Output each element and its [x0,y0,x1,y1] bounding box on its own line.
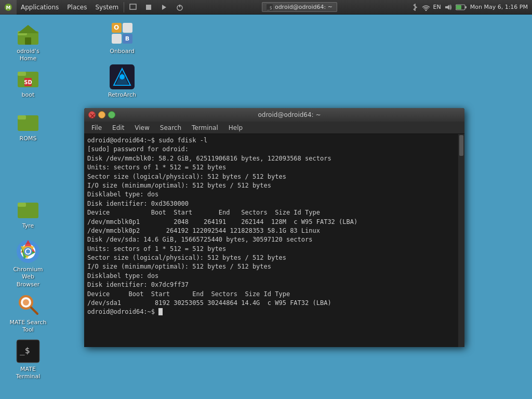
desktop-icon-boot[interactable]: SD boot [7,62,49,101]
desktop-icon-chromium[interactable]: Chromium Web Browser [7,237,49,290]
terminal-title: odroid@odroid64: ~ [118,111,460,118]
desktop-icon-tyre[interactable]: Tyre [7,193,49,232]
terminal-line-22: /dev/sda1 8192 30253055 30244864 14.4G c… [87,299,461,308]
desktop-icon-mate-search[interactable]: MATE Search Tool [7,290,49,336]
svg-rect-21 [112,34,122,44]
taskbar-media-power[interactable] [172,0,188,15]
taskbar-media-window[interactable] [125,0,141,15]
svg-rect-20 [123,23,132,33]
taskbar-center: _$ odroid@odroid64: ~ [188,2,411,12]
chromium-app-icon [16,239,41,264]
language-indicator: EN [433,4,441,10]
terminal-line-14: Disk /dev/sda: 14.6 GiB, 15665725440 byt… [87,235,461,244]
network-icon [422,4,430,11]
desktop-icon-home[interactable]: odroid's Home [7,19,49,65]
terminal-close-button[interactable] [88,111,96,118]
svg-marker-4 [162,5,166,10]
taskbar-right: EN Mon May 6, 1:16 PM [411,4,532,11]
svg-rect-13 [465,6,467,8]
mate-search-app-icon [16,292,41,317]
svg-marker-17 [18,25,38,33]
svg-text:SD: SD [24,79,32,85]
terminal-line-5: I/O size (minimum/optimal): 512 bytes / … [87,181,461,190]
desktop-icon-onboard[interactable]: O B Onboard [101,19,143,57]
boot-folder-icon: SD [16,64,41,89]
onboard-app-icon: O B [110,21,135,46]
svg-text:_$: _$ [267,6,272,10]
terminal-line-15: Units: sectors of 1 * 512 = 512 bytes [87,245,461,254]
retroarch-app-icon [110,64,135,89]
svg-text:O: O [114,24,119,31]
taskbar: M Applications Places System _$ odroid@o… [0,0,532,15]
terminal-cursor [158,308,163,315]
taskbar-terminal-button[interactable]: _$ odroid@odroid64: ~ [262,2,337,12]
roms-folder-icon [16,108,41,133]
terminal-line-7: Disk identifier: 0xd3630000 [87,200,461,208]
svg-rect-18 [25,37,31,45]
terminal-line-0: odroid@odroid64:~$ sudo fdisk -l [87,136,461,145]
retroarch-icon-label: RetroArch [108,91,136,99]
terminal-line-3: Units: sectors of 1 * 512 = 512 bytes [87,163,461,172]
taskbar-applications[interactable]: Applications [17,0,63,15]
terminal-maximize-button[interactable] [108,111,115,118]
taskbar-places[interactable]: Places [63,0,91,15]
terminal-menu-terminal[interactable]: Terminal [188,123,222,132]
desktop-icon-mate-terminal[interactable]: _$ MATE Terminal [7,337,49,383]
terminal-menu-view[interactable]: View [130,123,153,132]
terminal-line-4: Sector size (logical/physical): 512 byte… [87,172,461,181]
terminal-menu-file[interactable]: File [87,123,106,132]
svg-rect-3 [146,5,151,10]
terminal-output: odroid@odroid64:~$ sudo fdisk -l[sudo] p… [87,136,461,317]
terminal-minimize-button[interactable] [98,111,105,118]
volume-icon [444,4,453,11]
terminal-line-17: I/O size (minimum/optimal): 512 bytes / … [87,262,461,271]
taskbar-clock: Mon May 6, 1:16 PM [470,4,528,10]
mate-terminal-icon-label: MATE Terminal [9,366,47,381]
svg-point-10 [425,9,427,11]
terminal-content[interactable]: odroid@odroid64:~$ sudo fdisk -l[sudo] p… [84,134,464,347]
terminal-line-21: Device Boot Start End Sectors Size Id Ty… [87,290,461,299]
mate-terminal-app-icon: _$ [16,339,41,364]
terminal-scrollbar[interactable] [458,134,464,347]
terminal-titlebar: odroid@odroid64: ~ [84,108,464,122]
taskbar-system[interactable]: System [91,0,123,15]
terminal-menu-search[interactable]: Search [156,123,185,132]
terminal-line-16: Sector size (logical/physical): 512 byte… [87,254,461,262]
battery-icon [456,4,467,10]
home-icon-label: odroid's Home [9,48,47,63]
svg-point-45 [23,299,29,305]
bluetooth-icon [411,4,419,11]
boot-icon-label: boot [22,91,35,99]
svg-point-32 [119,74,125,79]
terminal-line-9: Device Boot Start End Sectors Size Id Ty… [87,208,461,217]
svg-rect-2 [130,4,136,9]
tyre-folder-icon [16,195,41,220]
taskbar-media-stop[interactable] [141,0,156,15]
taskbar-media-play[interactable] [156,0,172,15]
terminal-menu-help[interactable]: Help [224,123,247,132]
svg-rect-34 [18,115,26,119]
terminal-line-18: Disklabel type: dos [87,272,461,281]
svg-rect-14 [456,5,461,9]
terminal-line-10: /dev/mmcblk0p1 2048 264191 262144 128M c… [87,218,461,227]
mate-search-icon-label: MATE Search Tool [9,319,47,334]
mate-logo: M [0,0,17,15]
home-folder-icon [16,21,41,46]
desktop-icon-roms[interactable]: ROMS [7,106,49,144]
chromium-icon-label: Chromium Web Browser [9,266,47,288]
tyre-icon-label: Tyre [22,222,34,230]
svg-rect-36 [18,203,26,207]
svg-text:_$: _$ [20,345,30,355]
roms-icon-label: ROMS [20,135,37,142]
svg-marker-11 [445,5,449,10]
taskbar-left: M Applications Places System [0,0,188,15]
desktop-icon-retroarch[interactable]: RetroArch [101,62,143,101]
terminal-window: odroid@odroid64: ~ File Edit View Search… [84,108,464,347]
terminal-line-23: odroid@odroid64:~$ [87,308,461,316]
svg-line-46 [31,308,37,314]
terminal-menu-edit[interactable]: Edit [108,123,128,132]
svg-rect-26 [18,72,26,76]
onboard-icon-label: Onboard [110,48,134,55]
terminal-line-11: /dev/mmcblk0p2 264192 122092544 12182835… [87,227,461,235]
terminal-menubar: File Edit View Search Terminal Help [84,122,464,134]
